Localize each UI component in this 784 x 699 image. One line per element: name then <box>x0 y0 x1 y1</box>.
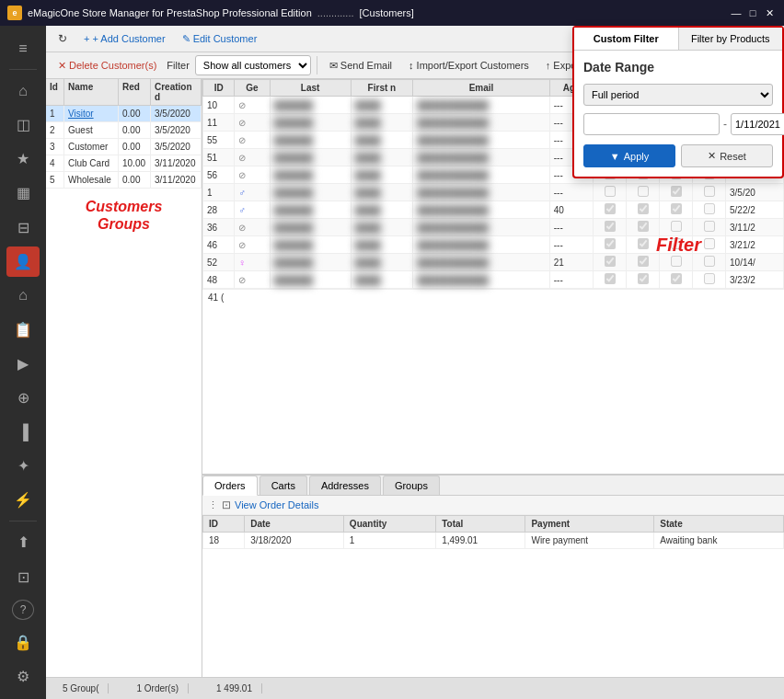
refresh-btn[interactable]: ↻ <box>52 29 74 48</box>
group-row-4[interactable]: 4 Club Card 10.00 3/11/2020 <box>46 155 202 172</box>
send-email-btn[interactable]: ✉ Send Email <box>323 57 398 74</box>
table-row[interactable]: 52 ♀ ██████ ████ ███████████ 21 <box>203 254 784 271</box>
custom-filter-panel: Custom Filter Filter by Products Date Ra… <box>572 26 784 178</box>
delete-icon: ✕ <box>58 60 66 72</box>
app-icon: e <box>7 6 22 20</box>
date-separator: - <box>723 118 727 131</box>
sidebar-menu-icon[interactable]: ≡ <box>6 33 40 63</box>
col-last: Last <box>270 80 351 97</box>
table-row[interactable]: 48 ⊘ ██████ ████ ███████████ --- <box>203 271 784 289</box>
apply-filter-btn[interactable]: ▼ Apply <box>583 144 675 167</box>
sidebar-upload-icon[interactable]: ⬆ <box>6 527 40 557</box>
refresh-icon: ↻ <box>58 32 67 45</box>
group-row-1[interactable]: 1 Visitor 0.00 3/5/2020 <box>46 106 202 122</box>
bottom-section: Orders Carts Addresses Groups ⋮ ⊡ View O… <box>202 475 784 677</box>
col-first: First n <box>351 80 413 97</box>
tab-carts[interactable]: Carts <box>259 476 307 495</box>
sidebar-truck-icon[interactable]: ▶ <box>6 349 40 379</box>
filter-select[interactable]: Show all customers Active only Inactive … <box>195 55 311 75</box>
title-bar: e eMagicOne Store Manager for PrestaShop… <box>0 0 784 26</box>
minimize-btn[interactable]: — <box>729 6 744 20</box>
order-col-qty: Quantity <box>343 516 435 533</box>
order-col-date: Date <box>245 516 344 533</box>
order-row[interactable]: 18 3/18/2020 1 1,499.01 Wire payment Awa… <box>203 533 784 549</box>
sidebar-settings-icon[interactable]: ⚙ <box>6 661 40 692</box>
orders-table-container[interactable]: ID Date Quantity Total Payment State <box>202 515 784 677</box>
reset-filter-btn[interactable]: ✕ Reset <box>681 144 773 167</box>
email-icon: ✉ <box>329 60 338 72</box>
orders-table: ID Date Quantity Total Payment State <box>202 515 784 549</box>
close-btn[interactable]: ✕ <box>762 6 777 20</box>
sidebar-bar-chart-icon[interactable]: ▐ <box>6 417 40 447</box>
sidebar-printer-icon[interactable]: ⊡ <box>6 561 40 591</box>
order-col-payment: Payment <box>525 516 654 533</box>
customer-groups-panel: Id Name Red Creation d 1 Visitor 0.00 3/… <box>46 79 202 677</box>
period-row: Full period Custom range <box>583 84 773 106</box>
filter-reset-icon: ✕ <box>708 150 716 162</box>
col-gender: Ge <box>235 80 270 97</box>
total-amount: 1 499.01 <box>207 683 262 693</box>
sidebar-document-icon[interactable]: 📋 <box>6 315 40 345</box>
filter-body: Date Range Full period Custom range - ▼ … <box>574 51 782 177</box>
tab-orders[interactable]: Orders <box>202 476 258 496</box>
sidebar-globe-icon[interactable]: ⊕ <box>6 383 40 413</box>
group-row-2[interactable]: 2 Guest 0.00 3/5/2020 <box>46 122 202 139</box>
sidebar-chart-icon[interactable]: ◫ <box>6 109 40 140</box>
sidebar-lock-icon[interactable]: 🔒 <box>6 627 40 658</box>
col-id: ID <box>203 80 235 97</box>
group-row-3[interactable]: 3 Customer 0.00 3/5/2020 <box>46 139 202 155</box>
table-row[interactable]: 1 ♂ ██████ ████ ███████████ --- <box>203 184 784 201</box>
creation-header: Creation d <box>151 79 202 105</box>
status-bar: 5 Group( 1 Order(s) 1 499.01 <box>46 677 784 699</box>
sidebar-question-icon[interactable]: ? <box>12 600 34 620</box>
filter-tab-bar: Custom Filter Filter by Products <box>574 28 782 51</box>
import-export-icon: ↕ <box>409 60 414 71</box>
filter-by-products-tab[interactable]: Filter by Products <box>679 28 783 50</box>
sidebar-tag-icon[interactable]: ⊟ <box>6 212 40 242</box>
date-from-input[interactable] <box>583 113 720 135</box>
filter-label-text: Filter <box>656 235 701 256</box>
id-header: Id <box>46 79 64 105</box>
groups-count: 5 Group( <box>53 683 109 693</box>
sidebar: ≡ ⌂ ◫ ★ ▦ ⊟ 👤 ⌂ 📋 ▶ ⊕ ▐ ✦ ⚡ ⬆ ⊡ ? 🔒 ⚙ <box>0 26 46 699</box>
plus-icon: + <box>84 33 89 44</box>
customers-groups-label: CustomersGroups <box>46 189 202 242</box>
import-export-btn[interactable]: ↕ Import/Export Customers <box>402 57 536 74</box>
period-select[interactable]: Full period Custom range <box>583 84 773 106</box>
add-customer-btn[interactable]: + + Add Customer <box>77 30 172 47</box>
server-info: ............. <box>317 7 354 18</box>
order-col-total: Total <box>436 516 525 533</box>
tab-addresses[interactable]: Addresses <box>309 476 381 495</box>
view-order-details-btn[interactable]: View Order Details <box>235 499 319 510</box>
col-email: Email <box>413 80 550 97</box>
filter-label: Filter <box>167 60 189 71</box>
groups-table-header: Id Name Red Creation d <box>46 79 202 106</box>
table-row[interactable]: 36 ⊘ ██████ ████ ███████████ --- <box>203 219 784 236</box>
delete-customer-btn[interactable]: ✕ Delete Customer(s) <box>52 57 163 74</box>
edit-customer-btn[interactable]: ✎ [Customers] Edit Customer <box>176 30 264 48</box>
orders-icon: ⊡ <box>222 498 231 511</box>
name-header: Name <box>64 79 119 105</box>
edit-icon: ✎ <box>182 33 190 45</box>
orders-count: 1 Order(s) <box>127 683 189 693</box>
drag-handle[interactable]: ⋮ <box>208 499 218 511</box>
sidebar-people-icon[interactable]: 👤 <box>6 246 40 277</box>
date-to-input[interactable] <box>731 113 784 135</box>
sidebar-star-icon[interactable]: ★ <box>6 143 40 174</box>
orders-toolbar: ⋮ ⊡ View Order Details <box>202 496 784 515</box>
order-col-id: ID <box>203 516 245 533</box>
restore-btn[interactable]: □ <box>745 6 760 20</box>
group-row-5[interactable]: 5 Wholesale 0.00 3/11/2020 <box>46 172 202 189</box>
sidebar-home-icon[interactable]: ⌂ <box>6 75 40 106</box>
sidebar-puzzle-icon[interactable]: ✦ <box>6 451 40 481</box>
sidebar-house-icon[interactable]: ⌂ <box>6 281 40 311</box>
filter-title: Date Range <box>583 60 773 74</box>
sidebar-filter-icon[interactable]: ⚡ <box>6 485 40 515</box>
export-icon: ↑ <box>546 60 551 71</box>
sidebar-box-icon[interactable]: ▦ <box>6 178 40 208</box>
table-row[interactable]: 28 ♂ ██████ ████ ███████████ 40 <box>203 201 784 219</box>
app-title: eMagicOne Store Manager for PrestaShop P… <box>28 7 312 18</box>
filter-apply-icon: ▼ <box>610 151 620 162</box>
custom-filter-tab[interactable]: Custom Filter <box>574 28 679 50</box>
tab-groups[interactable]: Groups <box>383 476 440 495</box>
